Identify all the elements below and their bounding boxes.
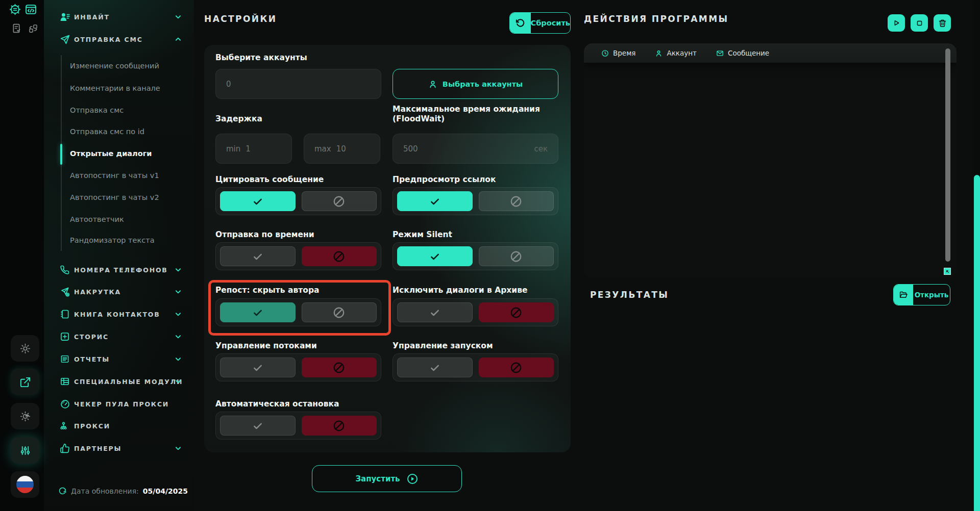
update-date-label: Дата обновления:	[71, 487, 139, 495]
toggle-yes-button[interactable]	[397, 191, 473, 211]
sidebar-item-sms[interactable]: ОТПРАВКА СМС	[44, 32, 194, 46]
toggle-yes-button[interactable]	[220, 191, 296, 211]
column-message-label: Сообщение	[728, 49, 769, 57]
actions-table-header: Время Аккаунт Сообщение	[584, 43, 957, 63]
document-check-icon[interactable]	[11, 23, 22, 34]
delay-max-input[interactable]: max 10	[304, 134, 380, 164]
toggle-label: Отправка по времени	[215, 230, 314, 240]
submenu-active-indicator	[60, 144, 62, 165]
sidebar-item-boost[interactable]: НАКРУТКА	[44, 285, 194, 299]
sidebar-item-label: КНИГА КОНТАКТОВ	[74, 311, 160, 318]
toggle-no-button[interactable]	[479, 302, 554, 322]
network-tree-icon	[59, 420, 70, 431]
submenu-item[interactable]: Автопостинг в чаты v1	[70, 169, 187, 182]
swap-boxes-icon[interactable]	[28, 23, 38, 34]
accounts-count-input[interactable]: 0	[215, 69, 381, 99]
sidebar-item-special-modules[interactable]: СПЕЦИАЛЬНЫЕ МОДУЛИ	[44, 374, 194, 389]
toggle-label: Предпросмотр ссылок	[393, 175, 496, 185]
sidebar-item-invite[interactable]: ИНВАЙТ	[44, 10, 194, 24]
submenu-item[interactable]: Автопостинг в чаты v2	[70, 191, 187, 204]
chevron-down-icon	[175, 378, 182, 385]
submenu-item-label: Изменение сообщений	[70, 62, 159, 70]
toggle-quote-message	[215, 187, 381, 215]
russia-flag-icon	[16, 476, 34, 493]
submenu-item[interactable]: Рандомизатор текста	[70, 234, 187, 247]
submenu-item[interactable]: Отправка смс по id	[70, 125, 187, 138]
main-content: НАСТРОЙКИ Сбросить Выберите аккаунты 0 В…	[194, 0, 980, 511]
sidebar-item-stories[interactable]: СТОРИС	[44, 329, 194, 344]
submenu-item[interactable]: Изменение сообщений	[70, 59, 187, 72]
sidebar-item-reports[interactable]: ОТЧЕТЫ	[44, 352, 194, 366]
sidebar-item-proxy[interactable]: ПРОКСИ	[44, 419, 194, 433]
toggle-no-button[interactable]	[479, 357, 554, 377]
reset-button-label: Сбросить	[531, 13, 570, 33]
toggle-yes-button[interactable]	[397, 246, 473, 266]
clear-button[interactable]	[934, 14, 951, 32]
toggle-label: Управление потоками	[215, 341, 317, 351]
toggle-thread-control	[215, 353, 381, 381]
submenu-item-label: Открытые диалоги	[70, 149, 152, 158]
submenu-item-label: Автоответчик	[70, 215, 124, 223]
delay-label: Задержка	[215, 114, 262, 124]
submenu-item-active[interactable]: Открытые диалоги	[70, 147, 187, 160]
sidebar-item-contacts-book[interactable]: КНИГА КОНТАКТОВ	[44, 307, 194, 321]
language-button[interactable]	[11, 471, 39, 498]
invite-person-icon	[59, 11, 70, 22]
reset-button[interactable]: Сбросить	[509, 12, 571, 34]
code-window-icon[interactable]	[24, 3, 37, 16]
toggle-no-button[interactable]	[302, 246, 377, 266]
sidebar-item-proxy-checker[interactable]: ЧЕКЕР ПУЛА ПРОКСИ	[44, 397, 194, 411]
submenu-item[interactable]: Автоответчик	[70, 213, 187, 226]
open-results-button[interactable]: Открыть	[893, 284, 950, 305]
submenu-item[interactable]: Комментарии в канале	[70, 82, 187, 95]
resize-grip[interactable]	[944, 268, 951, 275]
folder-icon	[894, 285, 913, 305]
run-button-label: Запустить	[355, 474, 400, 483]
choose-accounts-button[interactable]: Выбрать аккаунты	[393, 69, 558, 99]
toggle-yes-button[interactable]	[397, 357, 473, 377]
phone-icon	[59, 264, 70, 275]
floodwait-input[interactable]: 500 сек	[393, 134, 558, 164]
contacts-book-icon	[59, 309, 70, 320]
delay-max-value: 10	[336, 144, 346, 154]
program-actions-panel: ДЕЙСТВИЯ ПРОГРАММЫ Время	[581, 0, 957, 511]
toggle-yes-button[interactable]	[220, 246, 296, 266]
submenu-item-label: Автопостинг в чаты v1	[70, 171, 159, 180]
run-button[interactable]: Запустить	[312, 465, 462, 492]
delay-min-input[interactable]: min 1	[215, 134, 292, 164]
table-scrollbar-thumb[interactable]	[945, 48, 950, 262]
external-link-button[interactable]	[11, 369, 39, 395]
toggle-label: Исключить диалоги в Архиве	[393, 286, 527, 295]
actions-title: ДЕЙСТВИЯ ПРОГРАММЫ	[584, 14, 728, 24]
chevron-down-icon	[175, 288, 182, 295]
toggle-yes-button[interactable]	[220, 416, 296, 436]
sidebar-item-partners[interactable]: ПАРТНЕРЫ	[44, 441, 194, 455]
sidebar-item-label: НОМЕРА ТЕЛЕФОНОВ	[74, 266, 168, 274]
toggle-no-button[interactable]	[302, 191, 377, 211]
toggle-no-button[interactable]	[479, 191, 554, 211]
toggle-yes-button[interactable]	[220, 357, 296, 377]
refresh-icon[interactable]	[58, 487, 67, 495]
gear-badge-icon[interactable]	[9, 3, 21, 16]
results-title: РЕЗУЛЬТАТЫ	[590, 290, 669, 300]
icon-rail	[0, 0, 44, 511]
brightness-button[interactable]	[11, 403, 39, 429]
clock-icon	[601, 49, 609, 57]
start-button[interactable]	[888, 14, 905, 32]
user-icon	[428, 80, 437, 89]
toggle-yes-button[interactable]	[220, 302, 296, 322]
settings-button[interactable]	[11, 335, 39, 362]
submenu-item[interactable]: Отправка смс	[70, 104, 187, 117]
toggle-no-button[interactable]	[302, 416, 377, 436]
toggle-no-button[interactable]	[479, 246, 554, 266]
sidebar-item-phone-numbers[interactable]: НОМЕРА ТЕЛЕФОНОВ	[44, 263, 194, 277]
sliders-button[interactable]	[11, 437, 39, 464]
toggle-no-button[interactable]	[302, 357, 377, 377]
update-date: Дата обновления: 05/04/2025	[58, 487, 188, 495]
page-scrollbar-thumb[interactable]	[974, 175, 980, 511]
toggle-yes-button[interactable]	[397, 302, 473, 322]
stop-button[interactable]	[911, 14, 928, 32]
toggle-no-button[interactable]	[302, 302, 377, 322]
column-message: Сообщение	[716, 49, 769, 57]
toggle-launch-control	[393, 353, 558, 381]
